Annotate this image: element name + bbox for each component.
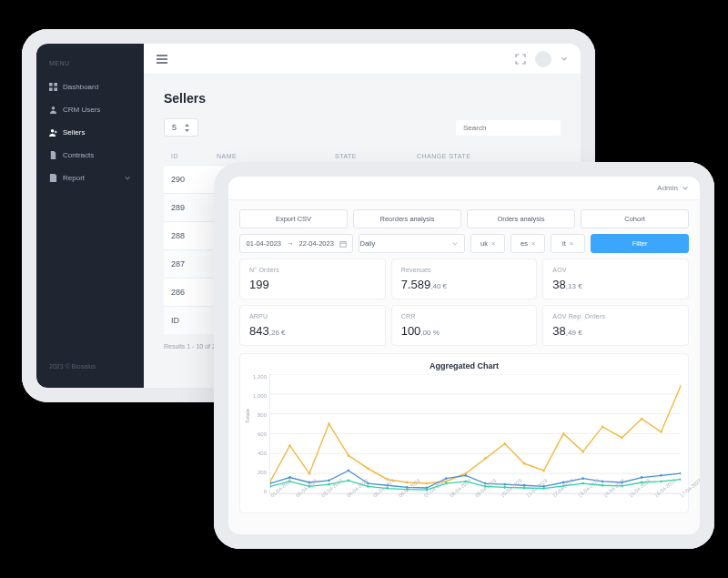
- frequency-select[interactable]: Daily: [359, 234, 465, 253]
- search-input[interactable]: [456, 120, 561, 136]
- kpi-label: AOV: [552, 267, 679, 273]
- sidebar-item-report[interactable]: Report: [36, 167, 144, 189]
- sidebar-copyright: 2023 © Biosalus: [36, 354, 144, 379]
- tablet-analytics: Admin Export CSV Reorders analysis Order…: [214, 162, 714, 549]
- sidebar-item-contracts[interactable]: Contracts: [36, 144, 144, 167]
- svg-point-47: [465, 474, 467, 477]
- svg-point-80: [680, 478, 681, 481]
- users-icon: [49, 106, 57, 114]
- user-label[interactable]: Admin: [657, 184, 678, 192]
- kpi-label: ARPU: [249, 313, 376, 319]
- frequency-value: Daily: [359, 239, 375, 248]
- col-change-state: CHANGE STATE: [417, 153, 553, 159]
- svg-point-5: [51, 129, 55, 133]
- lang-select-1[interactable]: uk ×: [470, 234, 505, 253]
- seller-icon: [49, 128, 57, 137]
- svg-point-46: [445, 477, 447, 480]
- svg-point-28: [523, 462, 525, 465]
- sidebar-item-crm-users[interactable]: CRM Users: [36, 98, 144, 121]
- date-range-select[interactable]: 01-04-2023 → 22-04-2023: [239, 234, 353, 253]
- orders-analysis-button[interactable]: Orders analysis: [467, 209, 575, 228]
- svg-point-16: [288, 444, 290, 447]
- date-to: 22-04-2023: [298, 239, 333, 248]
- kpi-grid: N° Orders 199 Revenues 7.589,40 € AOV 38…: [239, 259, 689, 346]
- chart-plot[interactable]: [269, 374, 681, 494]
- fullscreen-icon[interactable]: [515, 54, 526, 65]
- svg-point-54: [602, 480, 603, 482]
- cell-id: 288: [171, 231, 217, 240]
- close-icon: ×: [570, 239, 573, 248]
- chevron-down-icon: [124, 175, 131, 182]
- aggregated-chart-card: Aggregated Chart Totale 1,2001,000800600…: [239, 353, 689, 513]
- svg-point-4: [52, 106, 56, 110]
- sidebar-item-label: CRM Users: [63, 106, 100, 114]
- sidebar-item-sellers[interactable]: Sellers: [36, 121, 144, 144]
- kpi-value: 38: [552, 278, 565, 291]
- svg-point-18: [328, 422, 329, 425]
- filter-button[interactable]: Filter: [591, 234, 689, 253]
- page-size-select[interactable]: 5: [164, 118, 198, 137]
- svg-point-49: [503, 483, 505, 486]
- cell-id: 290: [171, 175, 217, 184]
- col-name: NAME: [217, 153, 335, 159]
- col-id: ID: [171, 153, 217, 159]
- svg-point-22: [406, 482, 408, 484]
- y-axis-ticks: 1,2001,0008006004002000: [248, 374, 269, 494]
- lang-select-2[interactable]: es ×: [511, 234, 545, 253]
- chevron-down-icon: [451, 240, 464, 248]
- sidebar-item-label: Contracts: [63, 151, 94, 159]
- svg-point-33: [621, 436, 622, 439]
- svg-point-29: [542, 469, 544, 472]
- svg-point-32: [602, 425, 603, 428]
- cell-id: 289: [171, 203, 217, 212]
- svg-point-57: [660, 474, 662, 477]
- analytics-topbar: Admin: [228, 177, 700, 200]
- cell-id: 286: [171, 288, 217, 297]
- svg-point-56: [641, 476, 642, 479]
- sidebar-item-label: Report: [63, 174, 85, 182]
- sidebar-item-dashboard[interactable]: Dashboard: [36, 76, 144, 98]
- svg-point-63: [348, 479, 349, 482]
- kpi-orders: N° Orders 199: [239, 259, 386, 299]
- kpi-arpu: ARPU 843,26 €: [239, 305, 386, 346]
- svg-point-34: [641, 418, 642, 421]
- topbar: [144, 44, 581, 75]
- kpi-value: 38: [552, 324, 565, 338]
- chart-title: Aggregated Chart: [248, 361, 681, 370]
- svg-point-20: [367, 467, 369, 470]
- export-csv-button[interactable]: Export CSV: [239, 209, 348, 228]
- kpi-label: Revenues: [401, 267, 528, 273]
- svg-point-23: [426, 482, 428, 485]
- close-icon: ×: [531, 239, 535, 248]
- report-icon: [49, 174, 57, 182]
- avatar[interactable]: [535, 51, 551, 67]
- date-from: 01-04-2023: [247, 239, 281, 248]
- col-id: ID: [171, 316, 217, 325]
- kpi-value: 843: [249, 324, 269, 338]
- cohort-button[interactable]: Cohort: [581, 209, 689, 228]
- svg-point-31: [581, 451, 583, 453]
- svg-point-30: [562, 432, 564, 435]
- search-field[interactable]: [463, 124, 559, 132]
- lang-select-3[interactable]: it ×: [551, 234, 585, 253]
- col-state: STATE: [335, 153, 417, 159]
- sidebar-menu-label: MENU: [36, 60, 144, 76]
- svg-point-27: [503, 442, 505, 445]
- svg-rect-3: [54, 87, 57, 91]
- cell-id: 287: [171, 259, 217, 269]
- chevron-down-icon[interactable]: [561, 56, 568, 63]
- x-axis-ticks: 01-04-202302-04-202303-04-202304-04-2023…: [269, 494, 681, 511]
- kpi-label: CRR: [401, 313, 528, 319]
- close-icon: ×: [491, 239, 495, 248]
- sidebar: MENU Dashboard CRM Users: [36, 44, 144, 388]
- kpi-value: 100: [401, 324, 421, 338]
- sort-icon: [184, 124, 190, 132]
- svg-rect-7: [340, 241, 346, 247]
- kpi-value: 199: [249, 278, 269, 291]
- hamburger-icon[interactable]: [157, 55, 167, 64]
- dashboard-icon: [49, 83, 57, 91]
- reorders-analysis-button[interactable]: Reorders analysis: [353, 209, 461, 228]
- chevron-down-icon[interactable]: [682, 185, 689, 192]
- sidebar-item-label: Sellers: [63, 128, 85, 137]
- calendar-icon: [339, 240, 347, 248]
